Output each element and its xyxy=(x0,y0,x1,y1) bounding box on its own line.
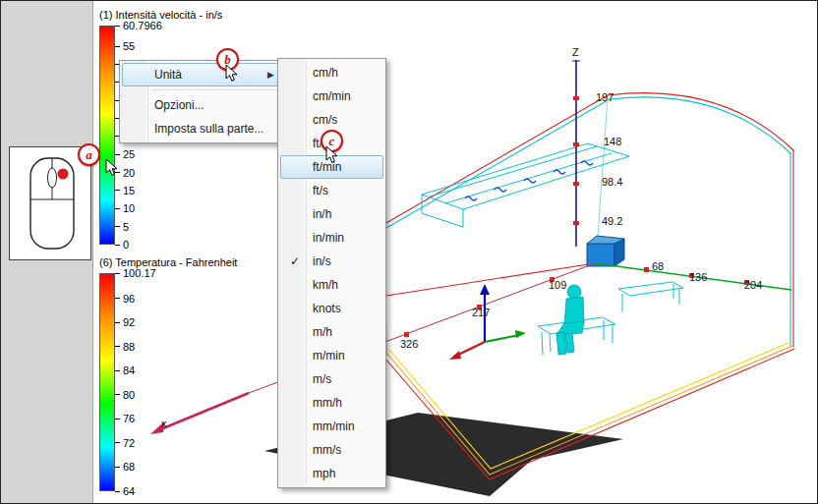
unit-option-ft-s[interactable]: ft/s xyxy=(280,179,383,202)
z-axis-label: Z xyxy=(572,46,579,58)
legend-tick: 0 xyxy=(115,239,129,251)
y-ruler-label: 136 xyxy=(689,271,707,283)
unit-option-cm-s[interactable]: cm/s xyxy=(280,108,383,132)
x-ruler-label: 217 xyxy=(472,307,490,318)
legend-tick: 64 xyxy=(115,485,135,497)
legend-ticks: 100.17969288848076726864 xyxy=(115,273,166,491)
x-ruler-label: 109 xyxy=(549,279,566,291)
legend-tick-label: 88 xyxy=(123,341,135,353)
mouse-cursor xyxy=(325,145,339,165)
callout-a: a xyxy=(78,143,100,166)
unit-option-in-h[interactable]: in/h xyxy=(280,202,383,226)
legend-tick: 92 xyxy=(115,316,135,328)
unit-option-m-s[interactable]: m/s xyxy=(280,367,383,391)
legend-tick: 84 xyxy=(115,364,135,376)
legend-tick-label: 20 xyxy=(123,167,135,179)
temperature-legend[interactable]: (6) Temperatura - Fahrenheit 100.1796928… xyxy=(99,256,237,491)
legend-tick-label: 96 xyxy=(123,293,135,305)
legend-tick: 5 xyxy=(115,221,129,233)
legend-tick-label: 0 xyxy=(123,239,129,251)
legend-tick: 88 xyxy=(115,341,135,353)
context-menu: Unità▶Opzioni...Imposta sulla parte... xyxy=(119,60,284,143)
y-ruler-label: 204 xyxy=(744,279,762,291)
legend-tick: 15 xyxy=(115,185,135,196)
units-submenu: cm/hcm/mincm/sft/hft/minft/sin/hin/min✓i… xyxy=(277,58,386,488)
legend-tick-label: 10 xyxy=(123,202,135,214)
legend-tick: 100.17 xyxy=(115,267,156,279)
unit-option-mm-s[interactable]: mm/s xyxy=(280,438,383,462)
legend-tick-label: 76 xyxy=(123,413,135,424)
unit-option-in-s[interactable]: ✓in/s xyxy=(280,250,383,273)
unit-option-mm-min[interactable]: mm/min xyxy=(280,415,383,438)
unit-option-mm-h[interactable]: mm/h xyxy=(280,391,383,415)
menu-item-unit[interactable]: Unità▶ xyxy=(122,63,281,86)
unit-option-m-h[interactable]: m/h xyxy=(280,320,383,344)
unit-option-cm-min[interactable]: cm/min xyxy=(280,84,383,108)
legend-tick-label: 5 xyxy=(123,221,129,233)
legend-tick: 96 xyxy=(115,293,135,305)
legend-tick: 10 xyxy=(115,202,135,214)
menu-item-opzioni[interactable]: Opzioni... xyxy=(122,93,281,117)
legend-tick: 55 xyxy=(115,40,135,52)
submenu-arrow-icon: ▶ xyxy=(267,64,274,85)
legend-tick: 76 xyxy=(115,413,135,424)
legend-tick: 72 xyxy=(115,437,135,449)
legend-tick-label: 25 xyxy=(123,148,135,160)
checkmark-icon: ✓ xyxy=(290,251,300,272)
sensor-cube xyxy=(587,236,624,266)
seated-person xyxy=(556,285,584,355)
unit-option-mph[interactable]: mph xyxy=(280,462,383,485)
legend-tick-label: 55 xyxy=(123,40,135,52)
x-ruler-label: 326 xyxy=(400,338,418,350)
z-ruler-label: 148 xyxy=(604,136,621,147)
color-scale-bar[interactable] xyxy=(99,273,115,491)
ceiling-duct xyxy=(422,143,629,227)
legend-tick: 68 xyxy=(115,461,135,473)
legend-tick: 60.7966 xyxy=(115,20,162,31)
legend-tick-label: 84 xyxy=(123,364,135,376)
color-scale-bar[interactable] xyxy=(99,26,115,245)
legend-tick-label: 68 xyxy=(123,461,135,473)
z-ruler-label: 98.4 xyxy=(602,176,622,188)
menu-item-imposta-sulla-parte[interactable]: Imposta sulla parte... xyxy=(122,117,281,140)
mouse-cursor xyxy=(105,158,119,178)
z-ruler-label: 49.2 xyxy=(602,215,622,227)
legend-tick-label: 64 xyxy=(123,485,135,497)
y-ruler-label: 68 xyxy=(652,260,664,272)
legend-tick-label: 60.7966 xyxy=(123,20,162,31)
unit-option-knots[interactable]: knots xyxy=(280,297,383,320)
z-ruler-label: 197 xyxy=(596,91,614,103)
menu-separator xyxy=(151,89,279,90)
unit-option-cm-h[interactable]: cm/h xyxy=(280,61,383,84)
coordinate-triad-icon xyxy=(449,284,526,360)
legend-tick: 80 xyxy=(115,389,135,401)
legend-tick-label: 15 xyxy=(123,185,135,196)
unit-option-m-min[interactable]: m/min xyxy=(280,344,383,367)
legend-tick-label: 92 xyxy=(123,316,135,328)
legend-tick-label: 100.17 xyxy=(123,267,156,279)
unit-option-km-h[interactable]: km/h xyxy=(280,273,383,297)
right-click-dot-icon xyxy=(58,169,69,180)
legend-tick-label: 72 xyxy=(123,437,135,449)
unit-option-in-min[interactable]: in/min xyxy=(280,226,383,250)
flow-simulation-screenshot: Z 197 148 98.4 49.2 68 136 204 109 217 3… xyxy=(0,0,818,504)
mouse-cursor xyxy=(225,64,239,84)
legend-tick-label: 80 xyxy=(123,389,135,401)
mouse-hint-graphic xyxy=(9,146,91,260)
scroll-wheel-icon xyxy=(48,168,57,188)
